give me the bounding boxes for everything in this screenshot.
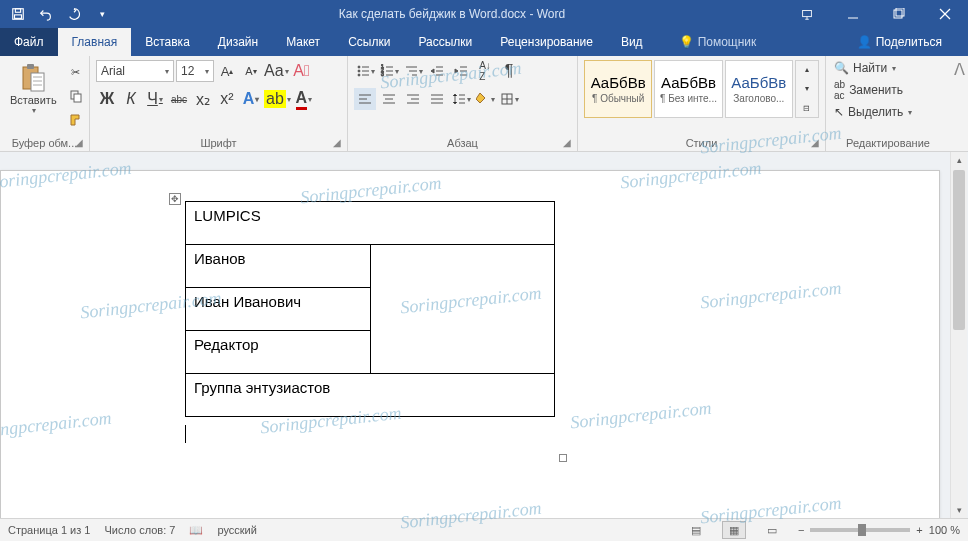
table-move-handle-icon[interactable]: ✥ — [169, 193, 181, 205]
tab-home[interactable]: Главная — [58, 28, 132, 56]
status-page[interactable]: Страница 1 из 1 — [8, 524, 90, 536]
underline-button[interactable]: Ч▾ — [144, 88, 166, 110]
borders-icon[interactable]: ▾ — [498, 88, 520, 110]
align-center-icon[interactable] — [378, 88, 400, 110]
align-left-icon[interactable] — [354, 88, 376, 110]
zoom-in-icon[interactable]: + — [916, 524, 922, 536]
change-case-icon[interactable]: Aa▾ — [264, 60, 289, 82]
font-color-icon[interactable]: A▾ — [293, 88, 315, 110]
cell-company[interactable]: LUMPICS — [186, 202, 555, 245]
save-icon[interactable] — [6, 2, 30, 26]
group-font: Arial▾ 12▾ A▴ A▾ Aa▾ A⃠ Ж К Ч▾ abc x₂ x²… — [90, 56, 348, 151]
font-size-combo[interactable]: 12▾ — [176, 60, 214, 82]
tab-layout[interactable]: Макет — [272, 28, 334, 56]
collapse-ribbon-icon[interactable]: ᐱ — [950, 56, 968, 151]
proofing-icon[interactable]: 📖 — [189, 524, 203, 537]
highlight-icon[interactable]: ab▾ — [264, 88, 291, 110]
dialog-launcher-icon[interactable]: ◢ — [811, 137, 823, 149]
ribbon-options-icon[interactable] — [784, 0, 830, 28]
minimize-icon[interactable] — [830, 0, 876, 28]
cell-role[interactable]: Редактор — [186, 331, 371, 374]
tab-review[interactable]: Рецензирование — [486, 28, 607, 56]
dec-indent-icon[interactable] — [426, 60, 448, 82]
select-button[interactable]: ↖Выделить▾ — [832, 104, 914, 120]
view-read-icon[interactable]: ▤ — [684, 521, 708, 539]
svg-rect-5 — [894, 10, 902, 18]
text-effects-icon[interactable]: A▾ — [240, 88, 262, 110]
line-spacing-icon[interactable]: ▾ — [450, 88, 472, 110]
sort-icon[interactable]: A↓Z — [474, 60, 496, 82]
shading-icon[interactable]: ▾ — [474, 88, 496, 110]
cut-icon[interactable]: ✂ — [65, 62, 87, 82]
svg-rect-1 — [15, 9, 20, 13]
status-words[interactable]: Число слов: 7 — [104, 524, 175, 536]
scroll-thumb[interactable] — [953, 170, 965, 330]
dialog-launcher-icon[interactable]: ◢ — [75, 137, 87, 149]
cell-group[interactable]: Группа энтузиастов — [186, 374, 555, 417]
show-marks-icon[interactable]: ¶ — [498, 60, 520, 82]
view-web-icon[interactable]: ▭ — [760, 521, 784, 539]
zoom-slider[interactable] — [810, 528, 910, 532]
superscript-button[interactable]: x² — [216, 88, 238, 110]
align-justify-icon[interactable] — [426, 88, 448, 110]
scroll-down-icon[interactable]: ▾ — [951, 502, 967, 518]
svg-point-21 — [358, 74, 360, 76]
vertical-scrollbar[interactable]: ▴ ▾ — [950, 152, 967, 518]
bold-button[interactable]: Ж — [96, 88, 118, 110]
maximize-icon[interactable] — [876, 0, 922, 28]
view-print-icon[interactable]: ▦ — [722, 521, 746, 539]
redo-icon[interactable] — [62, 2, 86, 26]
styles-row-down[interactable]: ▾ — [796, 80, 818, 97]
tab-file[interactable]: Файл — [0, 28, 58, 56]
dialog-launcher-icon[interactable]: ◢ — [563, 137, 575, 149]
find-button[interactable]: 🔍Найти▾ — [832, 60, 914, 76]
tab-design[interactable]: Дизайн — [204, 28, 272, 56]
scroll-up-icon[interactable]: ▴ — [951, 152, 967, 168]
zoom-level[interactable]: 100 % — [929, 524, 960, 536]
share-button[interactable]: 👤Поделиться — [843, 28, 956, 56]
qa-customize-icon[interactable]: ▾ — [90, 2, 114, 26]
italic-button[interactable]: К — [120, 88, 142, 110]
svg-rect-3 — [803, 11, 812, 17]
inc-indent-icon[interactable] — [450, 60, 472, 82]
tab-references[interactable]: Ссылки — [334, 28, 404, 56]
bullets-icon[interactable]: ▾ — [354, 60, 376, 82]
tab-mailings[interactable]: Рассылки — [404, 28, 486, 56]
badge-table[interactable]: LUMPICS Иванов Иван Иванович Редактор Гр… — [185, 201, 555, 417]
subscript-button[interactable]: x₂ — [192, 88, 214, 110]
cell-firstname[interactable]: Иван Иванович — [186, 288, 371, 331]
status-bar: Страница 1 из 1 Число слов: 7 📖 русский … — [0, 518, 968, 541]
align-right-icon[interactable] — [402, 88, 424, 110]
style-heading1[interactable]: АаБбВв Заголово... — [725, 60, 793, 118]
page[interactable]: ✥ LUMPICS Иванов Иван Иванович Редактор … — [0, 170, 940, 518]
undo-icon[interactable] — [34, 2, 58, 26]
zoom-out-icon[interactable]: − — [798, 524, 804, 536]
table-resize-handle-icon[interactable] — [559, 454, 567, 462]
style-nospacing[interactable]: АаБбВв ¶ Без инте... — [654, 60, 722, 118]
numbering-icon[interactable]: 123▾ — [378, 60, 400, 82]
strike-button[interactable]: abc — [168, 88, 190, 110]
multilevel-icon[interactable]: ▾ — [402, 60, 424, 82]
cell-lastname[interactable]: Иванов — [186, 245, 371, 288]
clear-format-icon[interactable]: A⃠ — [291, 60, 313, 82]
svg-rect-2 — [15, 15, 22, 19]
cell-photo[interactable] — [370, 245, 555, 374]
grow-font-icon[interactable]: A▴ — [216, 60, 238, 82]
paste-button[interactable]: Вставить ▾ — [6, 60, 61, 117]
tab-view[interactable]: Вид — [607, 28, 657, 56]
dialog-launcher-icon[interactable]: ◢ — [333, 137, 345, 149]
styles-row-up[interactable]: ▴ — [796, 61, 818, 78]
format-painter-icon[interactable] — [65, 110, 87, 130]
group-paragraph: ▾ 123▾ ▾ A↓Z ¶ ▾ ▾ ▾ Абзац ◢ — [348, 56, 578, 151]
tab-insert[interactable]: Вставка — [131, 28, 204, 56]
styles-expand[interactable]: ⊟ — [796, 100, 818, 117]
tell-me[interactable]: 💡Помощник — [665, 28, 771, 56]
style-normal[interactable]: АаБбВв ¶ Обычный — [584, 60, 652, 118]
replace-button[interactable]: abacЗаменить — [832, 78, 914, 102]
status-language[interactable]: русский — [217, 524, 256, 536]
shrink-font-icon[interactable]: A▾ — [240, 60, 262, 82]
copy-icon[interactable] — [65, 86, 87, 106]
svg-rect-16 — [74, 94, 81, 102]
close-icon[interactable] — [922, 0, 968, 28]
font-name-combo[interactable]: Arial▾ — [96, 60, 174, 82]
